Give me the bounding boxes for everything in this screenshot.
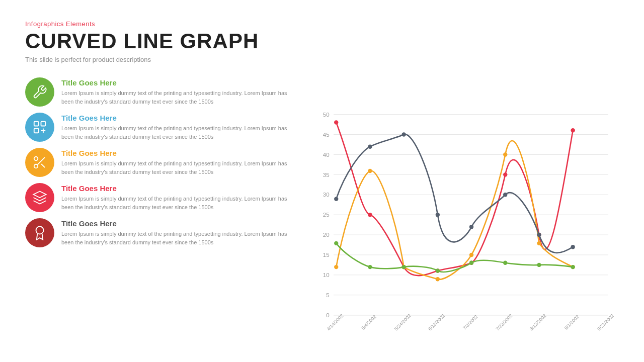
svg-text:9/1/2002: 9/1/2002	[563, 314, 580, 331]
icon-circle-3	[25, 148, 54, 177]
list-item-5: Title Goes Here Lorem Ipsum is simply du…	[25, 218, 292, 247]
svg-text:9/21/2002: 9/21/2002	[596, 313, 615, 331]
svg-text:35: 35	[323, 172, 330, 178]
svg-text:5/4/2002: 5/4/2002	[360, 314, 377, 331]
svg-point-57	[401, 133, 406, 137]
svg-point-3	[34, 157, 38, 161]
item-text-4: Title Goes Here Lorem Ipsum is simply du…	[61, 183, 292, 211]
svg-point-52	[503, 152, 507, 156]
svg-point-61	[537, 233, 541, 237]
item-text-5: Title Goes Here Lorem Ipsum is simply du…	[61, 218, 292, 246]
right-panel: 0 5 10 15 20 25 30 35 40 45 50 4/14/2002…	[302, 77, 619, 347]
icon-circle-1	[25, 77, 54, 107]
line-chart: 0 5 10 15 20 25 30 35 40 45 50 4/14/2002…	[302, 77, 619, 347]
content-area: Title Goes Here Lorem Ipsum is simply du…	[25, 77, 619, 347]
svg-text:5: 5	[326, 292, 329, 298]
item-title-1: Title Goes Here	[61, 78, 292, 87]
icon-circle-5	[25, 218, 54, 247]
svg-line-6	[41, 164, 45, 167]
item-text-2: Title Goes Here Lorem Ipsum is simply du…	[61, 113, 292, 141]
item-body-4: Lorem Ipsum is simply dummy text of the …	[61, 195, 292, 211]
svg-point-4	[34, 164, 38, 168]
slide: Infographics Elements CURVED LINE GRAPH …	[0, 0, 644, 362]
svg-point-51	[469, 253, 473, 257]
item-body-2: Lorem Ipsum is simply dummy text of the …	[61, 124, 292, 141]
svg-text:25: 25	[323, 212, 330, 218]
header: Infographics Elements CURVED LINE GRAPH …	[25, 20, 619, 63]
svg-point-60	[503, 193, 507, 197]
item-text-3: Title Goes Here Lorem Ipsum is simply du…	[61, 148, 292, 176]
svg-point-56	[368, 145, 372, 149]
svg-point-59	[469, 225, 473, 229]
svg-point-63	[334, 241, 338, 245]
list-item-2: Title Goes Here Lorem Ipsum is simply du…	[25, 113, 292, 142]
svg-text:7/23/2002: 7/23/2002	[495, 313, 513, 331]
svg-point-44	[503, 172, 507, 176]
svg-text:45: 45	[323, 132, 330, 138]
svg-point-53	[537, 241, 541, 245]
svg-point-40	[368, 213, 372, 217]
svg-point-68	[503, 261, 507, 265]
item-title-5: Title Goes Here	[61, 219, 292, 228]
svg-rect-1	[41, 122, 46, 126]
svg-rect-2	[34, 129, 39, 133]
svg-text:30: 30	[323, 192, 330, 198]
svg-point-39	[334, 120, 338, 124]
left-panel: Title Goes Here Lorem Ipsum is simply du…	[25, 77, 292, 347]
svg-point-48	[368, 169, 372, 173]
svg-point-62	[571, 245, 575, 249]
svg-point-50	[436, 277, 440, 281]
svg-text:40: 40	[323, 152, 330, 158]
svg-line-5	[37, 157, 45, 165]
svg-point-47	[334, 265, 338, 269]
svg-rect-0	[34, 122, 39, 126]
item-text-1: Title Goes Here Lorem Ipsum is simply du…	[61, 77, 292, 106]
main-title: CURVED LINE GRAPH	[25, 30, 619, 53]
svg-point-64	[368, 265, 372, 269]
svg-point-67	[469, 261, 473, 265]
svg-point-55	[334, 197, 338, 201]
item-body-5: Lorem Ipsum is simply dummy text of the …	[61, 230, 292, 246]
svg-text:0: 0	[326, 312, 329, 318]
svg-point-66	[436, 268, 440, 273]
svg-text:6/13/2002: 6/13/2002	[427, 313, 446, 331]
svg-point-46	[571, 128, 575, 132]
svg-point-65	[401, 265, 406, 269]
subtitle: This slide is perfect for product descri…	[25, 56, 619, 63]
svg-text:10: 10	[323, 272, 330, 278]
icon-circle-2	[25, 113, 54, 142]
item-title-2: Title Goes Here	[61, 114, 292, 122]
list-item-4: Title Goes Here Lorem Ipsum is simply du…	[25, 183, 292, 212]
svg-point-7	[36, 227, 44, 234]
item-title-3: Title Goes Here	[61, 149, 292, 157]
svg-text:15: 15	[323, 252, 330, 258]
chart-container: 0 5 10 15 20 25 30 35 40 45 50 4/14/2002…	[302, 77, 619, 347]
icon-circle-4	[25, 183, 54, 212]
svg-text:20: 20	[323, 232, 330, 238]
svg-text:7/3/2002: 7/3/2002	[462, 314, 479, 331]
svg-point-69	[537, 263, 541, 267]
item-body-1: Lorem Ipsum is simply dummy text of the …	[61, 89, 292, 106]
svg-text:50: 50	[323, 112, 330, 118]
list-item-1: Title Goes Here Lorem Ipsum is simply du…	[25, 77, 292, 107]
svg-point-58	[436, 213, 440, 217]
list-item-3: Title Goes Here Lorem Ipsum is simply du…	[25, 148, 292, 177]
item-title-4: Title Goes Here	[61, 184, 292, 193]
svg-point-70	[571, 265, 575, 269]
infographics-label: Infographics Elements	[25, 20, 619, 28]
svg-text:5/24/2002: 5/24/2002	[393, 313, 412, 331]
item-body-3: Lorem Ipsum is simply dummy text of the …	[61, 159, 292, 176]
svg-text:8/12/2002: 8/12/2002	[528, 313, 547, 331]
